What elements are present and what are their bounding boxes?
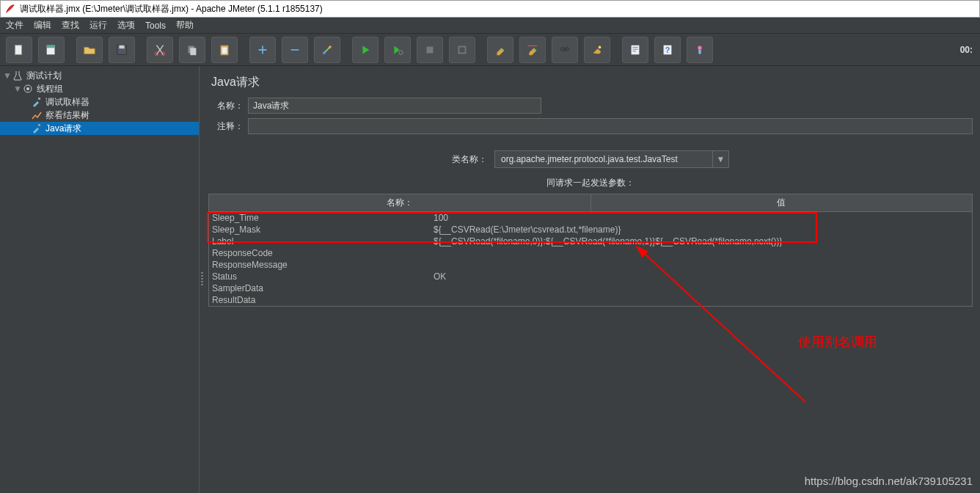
stop-button[interactable]	[417, 37, 443, 63]
help-button[interactable]: ?	[654, 37, 681, 63]
params-header: 同请求一起发送参数：	[208, 177, 973, 189]
copy-button[interactable]	[179, 37, 205, 63]
param-name[interactable]: ResponseMessage	[209, 259, 431, 271]
toolbar: ? 00:	[0, 34, 980, 66]
name-input[interactable]	[248, 98, 541, 114]
watermark: https://blog.csdn.net/ak739105231	[805, 475, 973, 487]
table-row[interactable]: SamplerData	[209, 282, 972, 294]
param-name[interactable]: SamplerData	[209, 282, 431, 294]
reset-search-button[interactable]	[584, 37, 610, 63]
param-value[interactable]: 100	[431, 212, 972, 224]
toggle-button[interactable]	[314, 37, 340, 63]
open-button[interactable]	[76, 37, 103, 63]
dropper-icon	[31, 123, 43, 134]
menu-file[interactable]: 文件	[6, 19, 23, 32]
col-value: 值	[591, 194, 973, 211]
param-value[interactable]	[431, 282, 972, 294]
svg-rect-8	[190, 48, 196, 55]
beaker-icon	[12, 70, 23, 81]
svg-rect-15	[459, 46, 466, 53]
svg-rect-14	[427, 46, 434, 53]
param-value[interactable]	[431, 247, 972, 259]
comment-label: 注释：	[208, 120, 244, 133]
menu-search[interactable]: 查找	[62, 19, 79, 32]
param-value[interactable]: ${__CSVRead(E:\Jmeter\csvread.txt,*filen…	[431, 224, 972, 235]
dropper-icon	[31, 96, 43, 108]
content-panel: Java请求 名称： 注释： 类名称： org.apache.jmeter.pr…	[204, 66, 980, 493]
svg-point-13	[399, 50, 403, 54]
col-name: 名称：	[209, 194, 591, 211]
new-button[interactable]	[6, 37, 32, 63]
param-name[interactable]: ResponseCode	[209, 247, 431, 259]
app-window: 文件 编辑 查找 运行 选项 Tools 帮助 ?	[0, 18, 980, 493]
name-row: 名称：	[208, 98, 973, 114]
save-button[interactable]	[109, 37, 135, 63]
menu-tools[interactable]: Tools	[145, 21, 166, 31]
param-name[interactable]: Sleep_Mask	[209, 224, 431, 235]
menu-edit[interactable]: 编辑	[34, 19, 51, 32]
templates-button[interactable]	[38, 37, 65, 63]
shutdown-button[interactable]	[449, 37, 475, 63]
param-value[interactable]	[431, 294, 972, 306]
param-value[interactable]: ${__CSVRead(*filename,0)}:${__CSVRead(*f…	[431, 235, 972, 247]
svg-rect-4	[119, 45, 124, 48]
tree-java-request[interactable]: Java请求	[0, 122, 199, 135]
table-row[interactable]: ResponseMessage	[209, 259, 972, 271]
tree-thread-group[interactable]: ▼ 线程组	[0, 82, 199, 95]
search-button[interactable]	[552, 37, 578, 63]
svg-rect-2	[47, 45, 55, 48]
param-name[interactable]: ResultData	[209, 294, 431, 306]
menu-help[interactable]: 帮助	[176, 19, 194, 32]
paste-button[interactable]	[211, 37, 238, 63]
result-icon	[31, 109, 43, 121]
table-row[interactable]: Label${__CSVRead(*filename,0)}:${__CSVRe…	[209, 235, 972, 247]
jmeter-feather-icon	[5, 4, 15, 14]
window-titlebar: 调试取样器.jmx (E:\Jmeter\调试取样器.jmx) - Apache…	[0, 0, 980, 18]
classname-select[interactable]: org.apache.jmeter.protocol.java.test.Jav…	[494, 150, 729, 168]
themes-button[interactable]	[687, 37, 713, 63]
classname-label: 类名称：	[452, 153, 487, 166]
svg-rect-26	[38, 124, 40, 126]
params-table-header: 名称： 值	[209, 194, 972, 212]
svg-rect-10	[222, 47, 227, 54]
params-table: 名称： 值 Sleep_Time100Sleep_Mask${__CSVRead…	[208, 194, 973, 307]
comment-input[interactable]	[248, 118, 973, 134]
menu-run[interactable]: 运行	[89, 19, 107, 32]
menu-options[interactable]: 选项	[117, 19, 135, 32]
expand-button[interactable]	[249, 37, 276, 63]
tree-debug-sampler[interactable]: 调试取样器	[0, 95, 199, 109]
tree-test-plan[interactable]: ▼ 测试计划	[0, 69, 199, 82]
function-helper-button[interactable]	[622, 37, 648, 63]
collapse-button[interactable]	[282, 37, 308, 63]
start-no-timers-button[interactable]	[384, 37, 411, 63]
svg-rect-19	[632, 45, 640, 54]
name-label: 名称：	[208, 100, 244, 112]
param-name[interactable]: Status	[209, 271, 431, 282]
comment-row: 注释：	[208, 118, 973, 134]
table-row[interactable]: ResponseCode	[209, 247, 972, 259]
cut-button[interactable]	[147, 37, 173, 63]
table-row[interactable]: ResultData	[209, 294, 972, 306]
svg-point-22	[698, 45, 701, 49]
start-button[interactable]	[352, 37, 379, 63]
svg-point-18	[599, 45, 601, 48]
menubar: 文件 编辑 查找 运行 选项 Tools 帮助	[0, 18, 980, 34]
param-value[interactable]	[431, 259, 972, 271]
gear-icon	[22, 83, 34, 95]
clear-button[interactable]	[487, 37, 513, 63]
annotation-text: 使用别名调用	[798, 333, 877, 351]
window-title: 调试取样器.jmx (E:\Jmeter\调试取样器.jmx) - Apache…	[20, 3, 323, 15]
param-name[interactable]: Sleep_Time	[209, 212, 431, 224]
param-name[interactable]: Label	[209, 235, 431, 247]
clear-all-button[interactable]	[519, 37, 546, 63]
svg-point-24	[26, 87, 29, 90]
timer-display: 00:	[960, 45, 973, 55]
table-row[interactable]: Sleep_Time100	[209, 212, 972, 224]
tree-result-tree[interactable]: 察看结果树	[0, 109, 199, 122]
chevron-down-icon: ▼	[712, 151, 728, 167]
table-row[interactable]: Sleep_Mask${__CSVRead(E:\Jmeter\csvread.…	[209, 224, 972, 235]
main-area: ▼ 测试计划 ▼ 线程组 调试取样器 察看结果树 Java请求	[0, 66, 980, 493]
table-row[interactable]: StatusOK	[209, 271, 972, 282]
test-plan-tree[interactable]: ▼ 测试计划 ▼ 线程组 调试取样器 察看结果树 Java请求	[0, 66, 200, 493]
param-value[interactable]: OK	[431, 271, 972, 282]
